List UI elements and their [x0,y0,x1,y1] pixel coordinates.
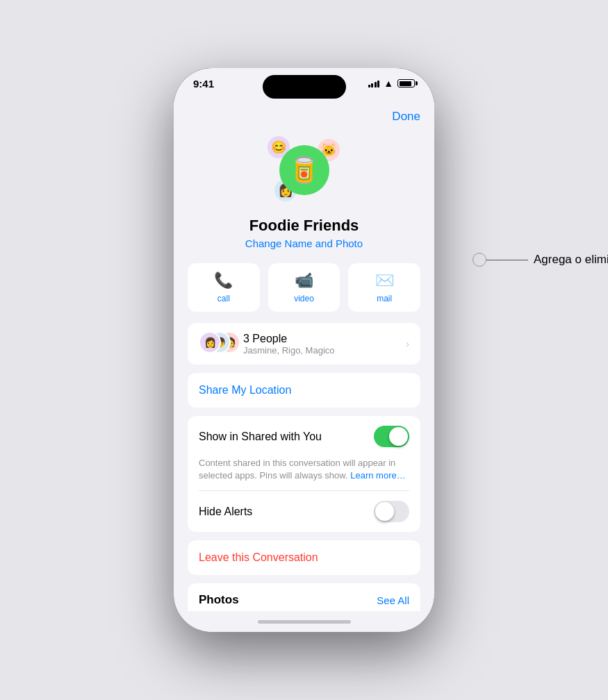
call-label: call [217,294,230,303]
people-names: Jasmine, Rigo, Magico [243,345,397,356]
hide-alerts-label: Hide Alerts [199,506,252,518]
learn-more-link[interactable]: Learn more… [350,470,405,481]
mail-icon: ✉️ [375,272,394,290]
shared-with-you-card: Show in Shared with You Content shared i… [188,416,420,532]
leave-conversation-row[interactable]: Leave this Conversation [188,540,420,575]
change-name-photo-link[interactable]: Change Name and Photo [245,238,363,249]
shared-with-you-toggle[interactable] [374,426,409,447]
callout-circle-icon [473,253,486,267]
mini-avatar-1: 👩 [199,331,221,353]
avatar-cluster: 😊 🐱 👩 🥫 [266,132,343,208]
people-row[interactable]: 👩 👦 🧑 3 People Jasmine, Rigo, Magico › [188,323,420,365]
action-buttons-row: 📞 call 📹 video ✉️ mail [174,263,434,323]
group-header: 😊 🐱 👩 🥫 Foodie Friends Change Na [174,129,434,263]
shared-with-you-label: Show in Shared with You [199,431,322,443]
battery-fill [400,81,411,86]
video-icon: 📹 [295,272,313,290]
signal-bar-1 [368,85,370,88]
main-content: Done 😊 🐱 👩 [174,99,434,611]
status-icons: ▲ [368,78,415,89]
phone-frame: 9:41 ▲ Done [174,68,434,632]
people-section-card: 👩 👦 🧑 3 People Jasmine, Rigo, Magico › [188,323,420,365]
dynamic-island [263,75,346,99]
share-location-card: Share My Location [188,373,420,408]
done-button[interactable]: Done [392,110,420,124]
phone-screen: 9:41 ▲ Done [174,68,434,632]
leave-conversation-text[interactable]: Leave this Conversation [199,551,318,563]
photos-title: Photos [199,593,239,607]
group-name: Foodie Friends [249,217,359,235]
photos-header: Photos See All [199,593,409,607]
people-count: 3 People [243,333,397,345]
home-indicator [174,611,434,632]
video-button[interactable]: 📹 video [268,263,340,312]
callout-text: Agrega o elimina personas. [534,253,608,267]
callout-annotation: Agrega o elimina personas. [473,253,608,267]
shared-with-you-description: Content shared in this conversation will… [188,457,420,490]
battery-icon [397,79,415,88]
call-icon: 📞 [214,272,233,290]
status-time: 9:41 [193,78,214,90]
see-all-button[interactable]: See All [377,594,409,606]
call-button[interactable]: 📞 call [188,263,260,312]
share-location-row[interactable]: Share My Location [188,373,420,408]
people-avatars: 👩 👦 🧑 [199,331,235,356]
wifi-icon: ▲ [384,78,393,89]
photos-section: Photos See All [188,583,420,611]
share-location-text[interactable]: Share My Location [199,384,291,396]
toggle-knob [389,427,408,446]
group-main-avatar: 🥫 [279,145,329,195]
home-bar [258,620,351,624]
hide-alerts-toggle-knob [375,502,394,521]
leave-conversation-card: Leave this Conversation [188,540,420,575]
chevron-right-icon: › [406,338,409,349]
signal-bar-4 [377,81,379,88]
video-label: video [294,294,314,303]
hide-alerts-toggle[interactable] [374,501,409,522]
signal-bar-2 [371,83,373,88]
hide-alerts-toggle-row: Hide Alerts [188,491,420,532]
people-info: 3 People Jasmine, Rigo, Magico [243,333,397,356]
mail-button[interactable]: ✉️ mail [348,263,420,312]
signal-bars-icon [368,79,380,88]
signal-bar-3 [375,82,377,88]
callout-line [486,260,528,260]
header-row: Done [174,99,434,129]
mail-label: mail [377,294,392,303]
shared-with-you-toggle-row: Show in Shared with You [188,416,420,457]
